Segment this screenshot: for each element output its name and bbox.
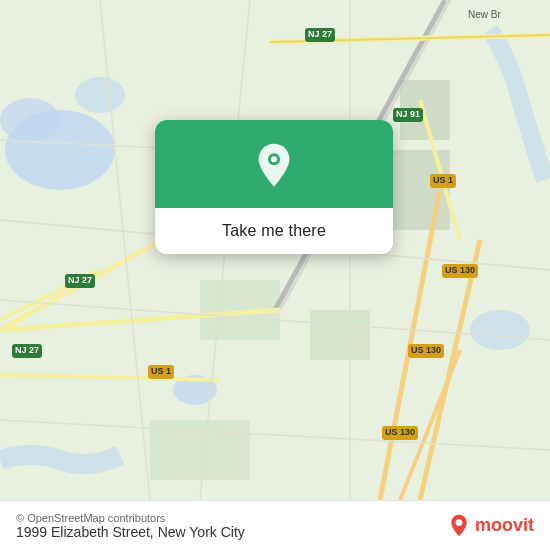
- map-container: New Br NJ 27 NJ 91 US 1 NJ 27 NJ 27 US 1…: [0, 0, 550, 500]
- card-header: [155, 120, 393, 208]
- svg-point-32: [271, 156, 277, 162]
- badge-us130-mid: US 130: [408, 344, 444, 358]
- badge-nj27-bottom-left: NJ 27: [12, 344, 42, 358]
- bottom-left: © OpenStreetMap contributors 1999 Elizab…: [16, 512, 245, 540]
- svg-point-33: [456, 519, 463, 526]
- badge-nj27-top: NJ 27: [305, 28, 335, 42]
- moovit-logo-text: moovit: [475, 515, 534, 536]
- address-text: © OpenStreetMap contributors 1999 Elizab…: [16, 512, 245, 540]
- badge-us1-bottom: US 1: [148, 365, 174, 379]
- badge-us1-top: US 1: [430, 174, 456, 188]
- badge-us130-bottom: US 130: [382, 426, 418, 440]
- attribution: © OpenStreetMap contributors: [16, 512, 245, 524]
- take-me-there-button[interactable]: Take me there: [155, 208, 393, 254]
- moovit-pin-icon: [447, 514, 471, 538]
- svg-point-2: [0, 98, 60, 142]
- moovit-logo: moovit: [447, 514, 534, 538]
- card-overlay: Take me there: [155, 120, 393, 254]
- bottom-bar: © OpenStreetMap contributors 1999 Elizab…: [0, 500, 550, 550]
- badge-nj27-left: NJ 27: [65, 274, 95, 288]
- address-label: 1999 Elizabeth Street, New York City: [16, 524, 245, 540]
- map-pin-icon: [250, 142, 298, 190]
- badge-nj91: NJ 91: [393, 108, 423, 122]
- svg-rect-7: [310, 310, 370, 360]
- svg-text:New Br: New Br: [468, 9, 501, 20]
- svg-point-3: [75, 77, 125, 113]
- svg-point-5: [470, 310, 530, 350]
- badge-us130-right: US 130: [442, 264, 478, 278]
